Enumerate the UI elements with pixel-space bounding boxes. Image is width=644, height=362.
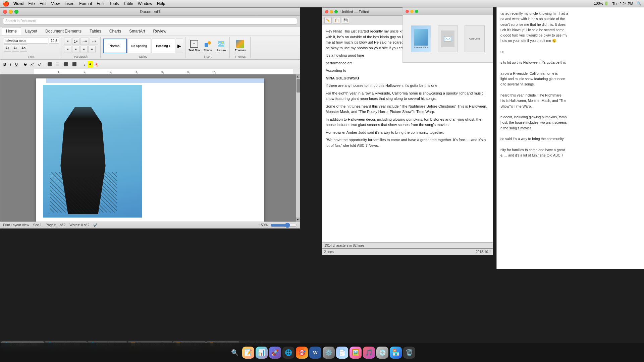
- style-normal[interactable]: Normal: [103, 39, 127, 53]
- themes-btn[interactable]: Themes: [234, 39, 246, 53]
- tab-review[interactable]: Review: [149, 27, 170, 35]
- indent-decrease[interactable]: ←≡: [90, 38, 98, 45]
- maximize-button[interactable]: [14, 10, 18, 14]
- align-right[interactable]: ≡: [80, 46, 88, 53]
- dock-app-store[interactable]: 🏪: [390, 347, 402, 359]
- gmail-min[interactable]: [410, 10, 414, 13]
- second-panel-date: 2018-10-1: [476, 250, 491, 254]
- style-heading1[interactable]: Heading 1: [152, 39, 175, 53]
- menu-table[interactable]: Table: [123, 1, 133, 6]
- styles-controls: Normal No Spacing Heading 1 ▶: [103, 37, 183, 55]
- menu-help[interactable]: Help: [157, 1, 165, 6]
- dock-disk-utility[interactable]: 💿: [376, 347, 388, 359]
- dock-settings[interactable]: ⚙️: [323, 347, 335, 359]
- dock-word[interactable]: W: [309, 347, 321, 359]
- align-center-btn[interactable]: ☰: [54, 61, 61, 68]
- vertical-scrollbar[interactable]: ▲ ▼: [296, 74, 300, 222]
- tab-home[interactable]: Home: [2, 27, 21, 35]
- dock-launchpad[interactable]: 🚀: [269, 347, 281, 359]
- thumbnail-3[interactable]: Add Clive: [465, 25, 485, 52]
- scroll-track[interactable]: [296, 93, 300, 218]
- window-controls[interactable]: [3, 10, 18, 14]
- menu-edit[interactable]: Edit: [40, 1, 47, 6]
- scroll-thumb[interactable]: [297, 79, 300, 93]
- bullets-btn[interactable]: ≡: [64, 38, 71, 45]
- editor-min[interactable]: [330, 10, 333, 13]
- font-size-input[interactable]: [49, 38, 59, 44]
- dock-notes[interactable]: 📝: [242, 347, 254, 359]
- doc-area[interactable]: ▲ ▼: [0, 74, 300, 222]
- tab-document-elements[interactable]: Document Elements: [41, 27, 86, 35]
- superscript-btn[interactable]: x2: [29, 61, 35, 68]
- clear-format[interactable]: Aa: [20, 44, 27, 52]
- minimize-button[interactable]: [9, 10, 13, 14]
- menu-word[interactable]: Word: [13, 1, 23, 6]
- dock-preview[interactable]: 🖼️: [350, 347, 362, 359]
- editor-btn-2[interactable]: 📋: [333, 17, 340, 24]
- menu-insert[interactable]: Insert: [64, 1, 74, 6]
- styles-expand-btn[interactable]: ▶: [176, 39, 183, 53]
- editor-close[interactable]: [325, 10, 328, 13]
- dock-target[interactable]: 🎯: [296, 347, 308, 359]
- menu-tools[interactable]: Tools: [109, 1, 119, 6]
- font-size-down[interactable]: A↓: [12, 44, 19, 52]
- menu-format[interactable]: Format: [79, 1, 92, 6]
- dock-finder[interactable]: 🔍: [229, 347, 241, 359]
- search-input[interactable]: Search in Document: [3, 18, 297, 24]
- gmail-close[interactable]: [406, 10, 409, 13]
- thumbnail-2[interactable]: ✉️: [438, 25, 458, 52]
- underline-btn[interactable]: U: [13, 61, 19, 68]
- menu-font[interactable]: Font: [97, 1, 105, 6]
- dock-chrome[interactable]: 🌐: [282, 347, 294, 359]
- indent-increase[interactable]: →≡: [80, 38, 89, 45]
- align-justify-btn[interactable]: ⬛: [70, 61, 78, 68]
- align-center[interactable]: ≡: [72, 46, 79, 53]
- tab-charts[interactable]: Charts: [105, 27, 125, 35]
- apple-menu[interactable]: 🍎: [3, 0, 9, 7]
- menu-view[interactable]: View: [51, 1, 60, 6]
- svg-text:5: 5: [161, 71, 163, 73]
- font-color-btn[interactable]: A: [94, 61, 99, 68]
- insert-textbox-btn[interactable]: T| Text Box: [188, 39, 200, 53]
- align-left-btn[interactable]: ⬛: [46, 61, 54, 68]
- menu-window[interactable]: Window: [138, 1, 152, 6]
- scroll-up-btn[interactable]: ▲: [296, 74, 300, 78]
- svg-point-1: [208, 41, 211, 45]
- tab-smartart[interactable]: SmartArt: [125, 27, 149, 35]
- search-icon[interactable]: 🔍: [637, 1, 641, 6]
- zoom-slider[interactable]: [270, 224, 297, 227]
- svg-text:1: 1: [58, 71, 59, 73]
- editor-btn-1[interactable]: ✏️: [324, 17, 332, 24]
- numbering-btn[interactable]: 1≡: [72, 38, 79, 45]
- bold-btn[interactable]: B: [2, 61, 8, 68]
- subscript-btn[interactable]: x2: [36, 61, 43, 68]
- align-right-btn[interactable]: ⬛: [62, 61, 70, 68]
- doc-content-area[interactable]: [144, 78, 264, 209]
- dock-dashboard[interactable]: 📊: [256, 347, 268, 359]
- dock-trash[interactable]: 🗑️: [403, 347, 415, 359]
- highlight-btn[interactable]: A: [88, 61, 93, 68]
- strikethrough-btn[interactable]: S: [22, 61, 28, 68]
- dock-itunes[interactable]: 🎵: [363, 347, 375, 359]
- insert-shape-btn[interactable]: Shape: [202, 39, 214, 53]
- tab-tables[interactable]: Tables: [86, 27, 105, 35]
- style-no-spacing[interactable]: No Spacing: [127, 39, 151, 53]
- far-right-text-9: a row a Riverside, California home is: [500, 71, 641, 76]
- italic-btn[interactable]: I: [8, 61, 13, 68]
- close-button[interactable]: [3, 10, 7, 14]
- font-name-input[interactable]: [4, 38, 48, 44]
- align-left[interactable]: ≡: [64, 46, 71, 53]
- tab-layout[interactable]: Layout: [21, 27, 41, 35]
- ribbon-tabs: Home Layout Document Elements Tables Cha…: [0, 26, 300, 36]
- editor-max[interactable]: [334, 10, 338, 13]
- font-size-up[interactable]: A↑: [4, 44, 11, 52]
- menu-file[interactable]: File: [28, 1, 35, 6]
- dock-files[interactable]: 📄: [336, 347, 348, 359]
- line-spacing-btn[interactable]: ↕: [82, 61, 87, 68]
- gmail-max[interactable]: [415, 10, 418, 13]
- align-justify[interactable]: ≡: [88, 46, 96, 53]
- insert-picture-btn[interactable]: Picture: [215, 39, 227, 53]
- scroll-down-btn[interactable]: ▼: [296, 218, 300, 222]
- editor-btn-3[interactable]: 💾: [342, 17, 349, 24]
- thumbnail-1[interactable]: Release Click: [411, 25, 431, 52]
